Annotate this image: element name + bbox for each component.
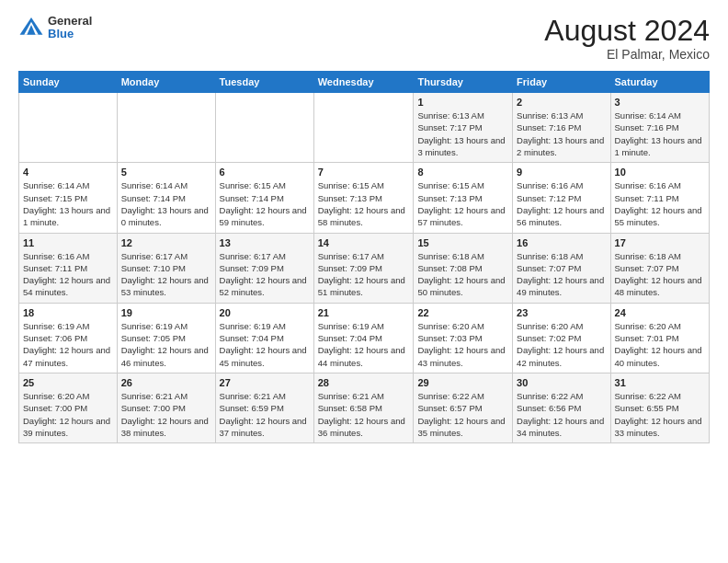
- day-info: Sunrise: 6:19 AMSunset: 7:06 PMDaylight:…: [23, 320, 113, 369]
- day-number: 18: [23, 307, 113, 318]
- day-info: Sunrise: 6:20 AMSunset: 7:01 PMDaylight:…: [615, 320, 705, 369]
- calendar-cell: 7Sunrise: 6:15 AMSunset: 7:13 PMDaylight…: [313, 163, 414, 233]
- calendar-cell: 30Sunrise: 6:22 AMSunset: 6:56 PMDayligh…: [513, 373, 610, 442]
- calendar-cell: 31Sunrise: 6:22 AMSunset: 6:55 PMDayligh…: [610, 373, 709, 442]
- calendar-cell: [19, 93, 118, 163]
- calendar-cell: 16Sunrise: 6:18 AMSunset: 7:07 PMDayligh…: [513, 233, 610, 303]
- day-number: 29: [417, 377, 508, 388]
- calendar-cell: 4Sunrise: 6:14 AMSunset: 7:15 PMDaylight…: [19, 163, 118, 233]
- day-number: 26: [121, 377, 211, 388]
- day-number: 12: [121, 237, 211, 248]
- th-friday: Friday: [513, 72, 610, 93]
- day-number: 15: [417, 237, 508, 248]
- calendar-cell: 21Sunrise: 6:19 AMSunset: 7:04 PMDayligh…: [313, 303, 414, 373]
- day-info: Sunrise: 6:15 AMSunset: 7:13 PMDaylight:…: [318, 179, 410, 228]
- day-info: Sunrise: 6:19 AMSunset: 7:04 PMDaylight:…: [220, 320, 310, 369]
- day-info: Sunrise: 6:14 AMSunset: 7:14 PMDaylight:…: [121, 179, 211, 228]
- day-info: Sunrise: 6:20 AMSunset: 7:00 PMDaylight:…: [23, 390, 113, 439]
- day-info: Sunrise: 6:22 AMSunset: 6:55 PMDaylight:…: [615, 390, 705, 439]
- calendar-cell: 28Sunrise: 6:21 AMSunset: 6:58 PMDayligh…: [313, 373, 414, 442]
- calendar-cell: 19Sunrise: 6:19 AMSunset: 7:05 PMDayligh…: [117, 303, 215, 373]
- calendar-cell: 6Sunrise: 6:15 AMSunset: 7:14 PMDaylight…: [215, 163, 313, 233]
- th-monday: Monday: [117, 72, 215, 93]
- day-number: 23: [517, 307, 606, 318]
- logo: General Blue: [18, 15, 92, 41]
- day-info: Sunrise: 6:21 AMSunset: 7:00 PMDaylight:…: [121, 390, 211, 439]
- calendar-cell: 3Sunrise: 6:14 AMSunset: 7:16 PMDaylight…: [610, 93, 709, 163]
- calendar-cell: 22Sunrise: 6:20 AMSunset: 7:03 PMDayligh…: [414, 303, 513, 373]
- calendar-cell: 1Sunrise: 6:13 AMSunset: 7:17 PMDaylight…: [414, 93, 513, 163]
- calendar-cell: 11Sunrise: 6:16 AMSunset: 7:11 PMDayligh…: [19, 233, 118, 303]
- calendar-cell: 17Sunrise: 6:18 AMSunset: 7:07 PMDayligh…: [610, 233, 709, 303]
- day-info: Sunrise: 6:13 AMSunset: 7:17 PMDaylight:…: [417, 109, 508, 158]
- day-info: Sunrise: 6:16 AMSunset: 7:11 PMDaylight:…: [615, 179, 705, 228]
- day-number: 30: [517, 377, 606, 388]
- day-number: 14: [318, 237, 410, 248]
- day-info: Sunrise: 6:15 AMSunset: 7:14 PMDaylight:…: [220, 179, 310, 228]
- logo-text: General Blue: [48, 15, 92, 41]
- day-info: Sunrise: 6:21 AMSunset: 6:58 PMDaylight:…: [318, 390, 410, 439]
- day-info: Sunrise: 6:20 AMSunset: 7:02 PMDaylight:…: [517, 320, 606, 369]
- day-info: Sunrise: 6:18 AMSunset: 7:07 PMDaylight:…: [615, 250, 705, 299]
- day-info: Sunrise: 6:17 AMSunset: 7:09 PMDaylight:…: [318, 250, 410, 299]
- calendar-cell: [313, 93, 414, 163]
- th-thursday: Thursday: [414, 72, 513, 93]
- header: General Blue August 2024 El Palmar, Mexi…: [18, 15, 710, 62]
- day-number: 7: [318, 167, 410, 178]
- logo-icon: [18, 15, 44, 40]
- day-number: 31: [615, 377, 705, 388]
- calendar-cell: 9Sunrise: 6:16 AMSunset: 7:12 PMDaylight…: [513, 163, 610, 233]
- day-number: 10: [615, 167, 705, 178]
- day-info: Sunrise: 6:18 AMSunset: 7:08 PMDaylight:…: [417, 250, 508, 299]
- day-info: Sunrise: 6:22 AMSunset: 6:56 PMDaylight:…: [517, 390, 606, 439]
- day-info: Sunrise: 6:15 AMSunset: 7:13 PMDaylight:…: [417, 179, 508, 228]
- day-info: Sunrise: 6:19 AMSunset: 7:04 PMDaylight:…: [318, 320, 410, 369]
- day-info: Sunrise: 6:17 AMSunset: 7:09 PMDaylight:…: [220, 250, 310, 299]
- calendar-cell: 13Sunrise: 6:17 AMSunset: 7:09 PMDayligh…: [215, 233, 313, 303]
- calendar-cell: 10Sunrise: 6:16 AMSunset: 7:11 PMDayligh…: [610, 163, 709, 233]
- month-year: August 2024: [544, 15, 710, 47]
- location: El Palmar, Mexico: [544, 47, 710, 62]
- day-number: 9: [517, 167, 606, 178]
- th-saturday: Saturday: [610, 72, 709, 93]
- calendar-cell: 15Sunrise: 6:18 AMSunset: 7:08 PMDayligh…: [414, 233, 513, 303]
- th-wednesday: Wednesday: [313, 72, 414, 93]
- day-number: 21: [318, 307, 410, 318]
- calendar-cell: 27Sunrise: 6:21 AMSunset: 6:59 PMDayligh…: [215, 373, 313, 442]
- calendar-cell: 12Sunrise: 6:17 AMSunset: 7:10 PMDayligh…: [117, 233, 215, 303]
- day-number: 28: [318, 377, 410, 388]
- calendar-cell: 29Sunrise: 6:22 AMSunset: 6:57 PMDayligh…: [414, 373, 513, 442]
- logo-general-text: General: [48, 15, 92, 28]
- calendar-week-row: 18Sunrise: 6:19 AMSunset: 7:06 PMDayligh…: [19, 303, 710, 373]
- day-number: 11: [23, 237, 113, 248]
- day-info: Sunrise: 6:22 AMSunset: 6:57 PMDaylight:…: [417, 390, 508, 439]
- calendar-cell: 2Sunrise: 6:13 AMSunset: 7:16 PMDaylight…: [513, 93, 610, 163]
- day-info: Sunrise: 6:16 AMSunset: 7:12 PMDaylight:…: [517, 179, 606, 228]
- day-info: Sunrise: 6:17 AMSunset: 7:10 PMDaylight:…: [121, 250, 211, 299]
- day-number: 19: [121, 307, 211, 318]
- day-number: 27: [220, 377, 310, 388]
- calendar-table: Sunday Monday Tuesday Wednesday Thursday…: [18, 71, 710, 443]
- day-number: 3: [615, 97, 705, 108]
- calendar-cell: 8Sunrise: 6:15 AMSunset: 7:13 PMDaylight…: [414, 163, 513, 233]
- day-number: 24: [615, 307, 705, 318]
- logo-blue-text: Blue: [48, 28, 92, 40]
- day-info: Sunrise: 6:13 AMSunset: 7:16 PMDaylight:…: [517, 109, 606, 158]
- calendar-cell: 14Sunrise: 6:17 AMSunset: 7:09 PMDayligh…: [313, 233, 414, 303]
- day-number: 22: [417, 307, 508, 318]
- th-tuesday: Tuesday: [215, 72, 313, 93]
- day-number: 16: [517, 237, 606, 248]
- day-info: Sunrise: 6:21 AMSunset: 6:59 PMDaylight:…: [220, 390, 310, 439]
- calendar-cell: 5Sunrise: 6:14 AMSunset: 7:14 PMDaylight…: [117, 163, 215, 233]
- calendar-cell: 26Sunrise: 6:21 AMSunset: 7:00 PMDayligh…: [117, 373, 215, 442]
- calendar-cell: 23Sunrise: 6:20 AMSunset: 7:02 PMDayligh…: [513, 303, 610, 373]
- calendar-cell: 20Sunrise: 6:19 AMSunset: 7:04 PMDayligh…: [215, 303, 313, 373]
- day-info: Sunrise: 6:16 AMSunset: 7:11 PMDaylight:…: [23, 250, 113, 299]
- calendar-week-row: 25Sunrise: 6:20 AMSunset: 7:00 PMDayligh…: [19, 373, 710, 442]
- day-info: Sunrise: 6:14 AMSunset: 7:16 PMDaylight:…: [615, 109, 705, 158]
- day-number: 13: [220, 237, 310, 248]
- calendar-cell: [215, 93, 313, 163]
- th-sunday: Sunday: [19, 72, 118, 93]
- calendar-week-row: 1Sunrise: 6:13 AMSunset: 7:17 PMDaylight…: [19, 93, 710, 163]
- day-number: 4: [23, 167, 113, 178]
